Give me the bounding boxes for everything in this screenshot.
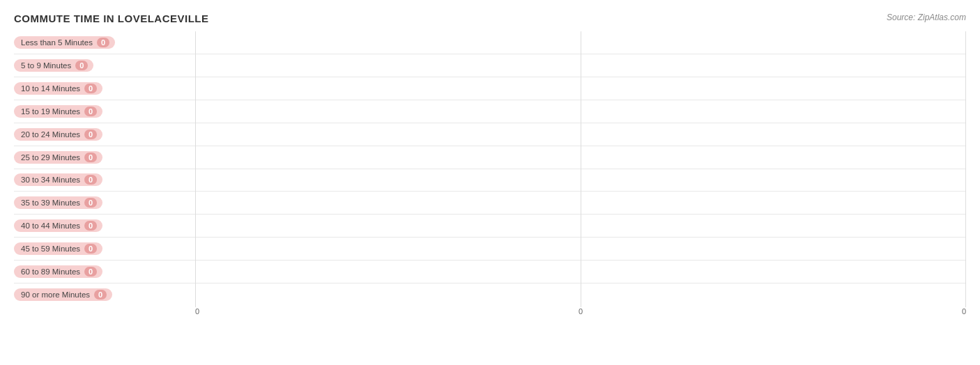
axis-row: 0 0 0 — [14, 306, 966, 321]
bar-value-badge: 0 — [84, 175, 97, 185]
bar-label-text: 25 to 29 Minutes — [21, 153, 80, 162]
bar-value-badge: 0 — [84, 244, 97, 254]
axis-tick-1: 0 — [195, 307, 199, 316]
bar-label-pill: 90 or more Minutes0 — [14, 288, 112, 301]
bar-label-container: 90 or more Minutes0 — [14, 288, 195, 301]
source-label: Source: ZipAtlas.com — [887, 13, 966, 22]
chart-area: Less than 5 Minutes05 to 9 Minutes010 to… — [14, 31, 966, 321]
bar-value-badge: 0 — [75, 61, 88, 70]
bar-value-badge: 0 — [84, 153, 97, 162]
bar-label-container: 10 to 14 Minutes0 — [14, 82, 195, 95]
bar-value-badge: 0 — [84, 84, 97, 93]
bar-track — [195, 123, 966, 146]
bar-label-text: 10 to 14 Minutes — [21, 84, 80, 93]
bar-label-text: Less than 5 Minutes — [21, 38, 93, 47]
bar-track — [195, 31, 966, 54]
bar-value-badge: 0 — [84, 198, 97, 208]
bar-track — [195, 146, 966, 169]
bar-label-container: 25 to 29 Minutes0 — [14, 151, 195, 164]
chart-container: COMMUTE TIME IN LOVELACEVILLE Source: Zi… — [0, 0, 980, 365]
bar-row: 60 to 89 Minutes0 — [14, 261, 966, 284]
axis-tick-2: 0 — [579, 307, 583, 316]
bar-label-container: 15 to 19 Minutes0 — [14, 105, 195, 118]
bar-value-badge: 0 — [94, 290, 107, 300]
bar-value-badge: 0 — [84, 221, 97, 231]
bar-label-pill: 60 to 89 Minutes0 — [14, 265, 102, 278]
bar-label-pill: 15 to 19 Minutes0 — [14, 105, 102, 118]
bar-label-text: 15 to 19 Minutes — [21, 107, 80, 116]
bar-track — [195, 284, 966, 306]
bar-label-text: 60 to 89 Minutes — [21, 267, 80, 276]
bar-label-text: 40 to 44 Minutes — [21, 222, 80, 230]
bar-label-pill: Less than 5 Minutes0 — [14, 36, 115, 49]
bar-track — [195, 169, 966, 192]
bar-label-container: 30 to 34 Minutes0 — [14, 173, 195, 186]
bar-track — [195, 77, 966, 100]
bar-label-pill: 35 to 39 Minutes0 — [14, 196, 102, 209]
bar-label-text: 35 to 39 Minutes — [21, 199, 80, 207]
bar-track — [195, 261, 966, 283]
bar-row: 20 to 24 Minutes0 — [14, 123, 966, 146]
bar-track — [195, 54, 966, 77]
bar-label-text: 45 to 59 Minutes — [21, 244, 80, 253]
bar-track — [195, 100, 966, 123]
bar-value-badge: 0 — [84, 130, 97, 139]
bar-label-pill: 45 to 59 Minutes0 — [14, 242, 102, 255]
axis-labels: 0 0 0 — [195, 306, 966, 316]
bar-label-container: 40 to 44 Minutes0 — [14, 219, 195, 232]
bar-label-pill: 5 to 9 Minutes0 — [14, 59, 93, 72]
bar-label-pill: 10 to 14 Minutes0 — [14, 82, 102, 95]
bar-label-container: Less than 5 Minutes0 — [14, 36, 195, 49]
bar-label-container: 5 to 9 Minutes0 — [14, 59, 195, 72]
bar-row: 5 to 9 Minutes0 — [14, 54, 966, 77]
bar-label-text: 5 to 9 Minutes — [21, 61, 71, 70]
bar-row: 25 to 29 Minutes0 — [14, 146, 966, 169]
bar-track — [195, 238, 966, 260]
bar-label-container: 60 to 89 Minutes0 — [14, 265, 195, 278]
bar-row: 30 to 34 Minutes0 — [14, 169, 966, 192]
bar-label-container: 35 to 39 Minutes0 — [14, 196, 195, 209]
axis-tick-3: 0 — [962, 307, 966, 316]
bar-value-badge: 0 — [97, 38, 109, 47]
rows-area: Less than 5 Minutes05 to 9 Minutes010 to… — [14, 31, 966, 306]
bar-row: 10 to 14 Minutes0 — [14, 77, 966, 100]
bar-label-pill: 40 to 44 Minutes0 — [14, 219, 102, 232]
bar-value-badge: 0 — [84, 107, 97, 116]
bar-label-text: 30 to 34 Minutes — [21, 176, 80, 184]
bar-label-pill: 20 to 24 Minutes0 — [14, 128, 102, 141]
bar-row: 15 to 19 Minutes0 — [14, 100, 966, 123]
bar-track — [195, 192, 966, 214]
bar-row: 45 to 59 Minutes0 — [14, 238, 966, 261]
chart-title: COMMUTE TIME IN LOVELACEVILLE — [14, 13, 966, 24]
bar-row: Less than 5 Minutes0 — [14, 31, 966, 54]
bar-label-text: 20 to 24 Minutes — [21, 130, 80, 139]
bar-row: 90 or more Minutes0 — [14, 284, 966, 306]
bar-value-badge: 0 — [84, 267, 97, 277]
bar-row: 40 to 44 Minutes0 — [14, 215, 966, 238]
bar-label-pill: 25 to 29 Minutes0 — [14, 151, 102, 164]
bar-label-container: 45 to 59 Minutes0 — [14, 242, 195, 255]
bar-track — [195, 215, 966, 237]
bar-row: 35 to 39 Minutes0 — [14, 192, 966, 215]
bar-label-pill: 30 to 34 Minutes0 — [14, 173, 102, 186]
bar-label-text: 90 or more Minutes — [21, 290, 90, 299]
bar-label-container: 20 to 24 Minutes0 — [14, 128, 195, 141]
